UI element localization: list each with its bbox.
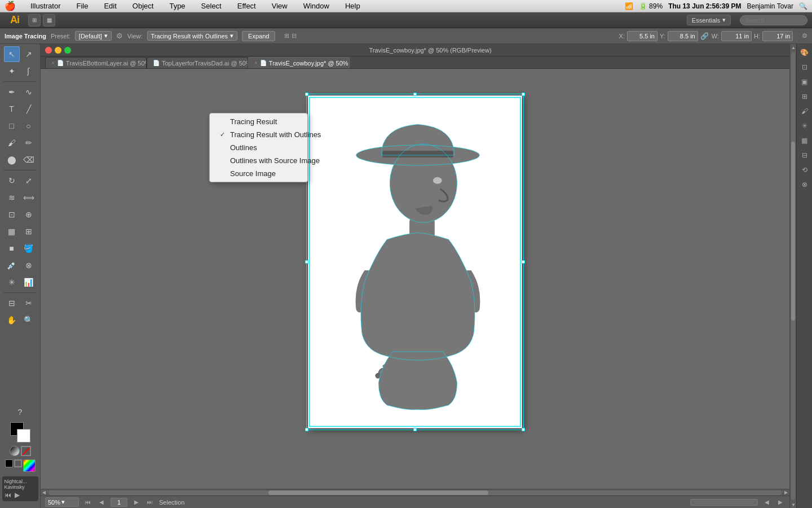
dropdown-item-tracing-result[interactable]: Tracing Result	[210, 115, 307, 128]
dropdown-item-source-image[interactable]: Source Image	[210, 167, 307, 180]
view-dropdown[interactable]: Tracing Result with Outlines ▾	[147, 31, 238, 41]
minimize-button[interactable]	[55, 47, 61, 54]
handle-bottom-right[interactable]	[522, 428, 525, 431]
lasso-tool[interactable]: ʃ	[21, 63, 37, 79]
next-page-button[interactable]: ▶	[132, 498, 141, 507]
search-input[interactable]	[740, 15, 807, 25]
shape-builder-tool[interactable]: ⊕	[21, 207, 37, 222]
menu-window[interactable]: Window	[300, 2, 333, 10]
w-input[interactable]	[721, 31, 752, 41]
maximize-button[interactable]	[64, 47, 71, 54]
gradient-tool[interactable]: ■	[4, 240, 20, 256]
no-fill-swatch[interactable]	[21, 446, 31, 456]
curvature-tool[interactable]: ∿	[21, 84, 37, 100]
eyedropper-tool[interactable]: 💉	[4, 257, 20, 273]
dropdown-item-tracing-result-outlines[interactable]: ✓ Tracing Result with Outlines	[210, 128, 307, 141]
menu-object[interactable]: Object	[129, 2, 157, 10]
preset-select[interactable]: [Default] ▾	[75, 31, 112, 41]
tab-2[interactable]: 📄 TopLayerforTravisDad.ai @ 50% (RGB/Pre…	[147, 57, 248, 68]
right-panel-layers-btn[interactable]: ▦	[798, 134, 811, 147]
tab-1[interactable]: × 📄 TravisEBottomLayer.ai @ 50% (RGB/Pre…	[45, 57, 147, 68]
prev-page-button[interactable]: ◀	[97, 498, 106, 507]
zoom-select[interactable]: 50% ▾	[45, 497, 79, 507]
dropdown-item-outlines-source[interactable]: Outlines with Source Image	[210, 154, 307, 167]
hand-tool[interactable]: ✋	[4, 312, 20, 328]
h-scroll-thumb[interactable]	[268, 491, 488, 495]
handle-bottom-left[interactable]	[305, 428, 308, 431]
right-panel-gradient-btn[interactable]: ▣	[798, 76, 811, 88]
h-input[interactable]	[762, 31, 793, 41]
settings-icon[interactable]: ⚙	[802, 32, 807, 40]
slice-tool[interactable]: ✂	[21, 295, 37, 311]
blob-brush-tool[interactable]: ⬤	[4, 152, 20, 168]
ellipse-tool[interactable]: ○	[21, 118, 37, 134]
window-controls[interactable]	[45, 47, 71, 54]
warp-tool[interactable]: ≋	[4, 190, 20, 205]
gradient-swatch[interactable]	[10, 446, 20, 456]
menu-view[interactable]: View	[268, 2, 291, 10]
handle-bottom-center[interactable]	[413, 428, 417, 431]
first-page-button[interactable]: ⏮	[83, 498, 92, 507]
menu-edit[interactable]: Edit	[100, 2, 120, 10]
right-panel-color-btn[interactable]: 🎨	[798, 46, 811, 59]
play-button[interactable]: ▶	[15, 491, 20, 499]
x-input[interactable]	[627, 31, 657, 41]
artboard-tool[interactable]: ⊟	[4, 295, 20, 311]
right-panel-brushes-btn[interactable]: 🖌	[798, 105, 811, 117]
prev-artboard-button[interactable]: ◀	[762, 498, 771, 507]
scale-tool[interactable]: ⤢	[21, 173, 37, 189]
background-color[interactable]	[17, 429, 30, 443]
blend-tool[interactable]: ⊗	[21, 257, 37, 273]
apple-menu-icon[interactable]: 🍎	[5, 1, 16, 11]
h-scroll-track[interactable]	[48, 491, 782, 495]
next-artboard-button[interactable]: ▶	[776, 498, 785, 507]
scroll-left-button[interactable]: ◀	[41, 489, 47, 496]
right-panel-align-btn[interactable]: ⊟	[798, 149, 811, 161]
menu-effect[interactable]: Effect	[234, 2, 259, 10]
y-input[interactable]	[668, 31, 698, 41]
music-controls[interactable]: ⏮ ▶	[5, 491, 36, 499]
width-tool[interactable]: ⟺	[21, 190, 37, 205]
mesh-tool[interactable]: ⊞	[21, 224, 37, 239]
line-tool[interactable]: ╱	[21, 101, 37, 117]
prev-track-button[interactable]: ⏮	[5, 491, 11, 499]
canvas-area[interactable]: Tracing Result ✓ Tracing Result with Out…	[41, 69, 789, 489]
pencil-tool[interactable]: ✏	[21, 135, 37, 151]
rotate-tool[interactable]: ↻	[4, 173, 20, 189]
right-panel-transform-btn[interactable]: ⟲	[798, 164, 811, 176]
menu-file[interactable]: File	[73, 2, 91, 10]
column-graph-tool[interactable]: 📊	[21, 274, 37, 290]
page-input[interactable]	[111, 498, 127, 507]
color-mode[interactable]	[23, 459, 36, 472]
right-panel-swatches-btn[interactable]: ⊞	[798, 90, 811, 103]
free-transform-tool[interactable]: ⊡	[4, 207, 20, 222]
handle-mid-right[interactable]	[522, 260, 525, 264]
type-tool[interactable]: T	[4, 101, 20, 117]
color-swatch[interactable]	[10, 422, 30, 443]
v-scrollbar[interactable]: ▲ ▼	[789, 44, 796, 508]
v-scroll-track[interactable]	[791, 52, 795, 500]
perspective-grid-tool[interactable]: ▦	[4, 224, 20, 239]
paintbrush-tool[interactable]: 🖌	[4, 135, 20, 151]
right-panel-pathfinder-btn[interactable]: ⊗	[798, 178, 811, 191]
menu-illustrator[interactable]: Illustrator	[27, 2, 64, 10]
symbol-sprayer-tool[interactable]: ✳	[4, 274, 20, 290]
magic-wand-tool[interactable]: ✦	[4, 63, 20, 79]
right-panel-stroke-btn[interactable]: ⊡	[798, 61, 811, 73]
view-dropdown-menu[interactable]: Tracing Result ✓ Tracing Result with Out…	[209, 113, 308, 182]
tab-3[interactable]: × 📄 TravisE_cowboy.jpg* @ 50% (RGB/Previ…	[248, 57, 350, 68]
fill-mode[interactable]	[5, 459, 13, 467]
question-tool[interactable]: ?	[12, 404, 28, 420]
rectangle-tool[interactable]: □	[4, 118, 20, 134]
tab-close-1[interactable]: ×	[51, 60, 55, 66]
tab-close-3[interactable]: ×	[254, 60, 258, 66]
essentials-button[interactable]: Essentials ▾	[687, 15, 731, 25]
dropdown-item-outlines[interactable]: Outlines	[210, 141, 307, 154]
close-button[interactable]	[45, 47, 52, 54]
search-icon[interactable]: 🔍	[799, 2, 807, 10]
toolbar-panel-icon[interactable]: ⊞	[28, 14, 41, 27]
menu-type[interactable]: Type	[166, 2, 188, 10]
eraser-tool[interactable]: ⌫	[21, 152, 37, 168]
menu-select[interactable]: Select	[198, 2, 225, 10]
stroke-mode[interactable]	[14, 459, 22, 467]
